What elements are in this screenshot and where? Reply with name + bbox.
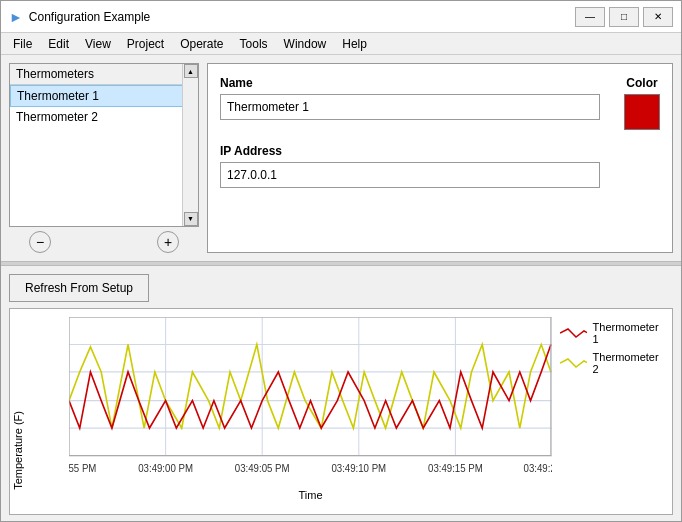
svg-text:03:49:05 PM: 03:49:05 PM [235,463,290,475]
titlebar-left: ► Configuration Example [9,9,150,25]
menu-item-help[interactable]: Help [334,35,375,53]
titlebar: ► Configuration Example — □ ✕ [1,1,681,33]
svg-rect-24 [69,317,551,456]
menu-item-edit[interactable]: Edit [40,35,77,53]
scroll-up-arrow[interactable]: ▲ [184,64,198,78]
svg-text:03:48:55 PM: 03:48:55 PM [69,463,96,475]
app-icon: ► [9,9,23,25]
chart-inner: 85 80 75 70 65 60 03:48:55 PM 03:49:00 P… [24,309,552,514]
y-axis-label-container: Temperature (F) [10,309,24,514]
chart-svg: 85 80 75 70 65 60 03:48:55 PM 03:49:00 P… [69,317,552,484]
menu-item-file[interactable]: File [5,35,40,53]
list-buttons: − + [9,231,199,253]
legend-line-0 [560,326,587,340]
menu-item-window[interactable]: Window [276,35,335,53]
chart-legend: Thermometer 1 Thermometer 2 [552,309,672,514]
name-label: Name [220,76,608,90]
window-title: Configuration Example [29,10,150,24]
minimize-button[interactable]: — [575,7,605,27]
bottom-panel: Refresh From Setup Temperature (F) [1,266,681,522]
list-panel: Thermometers Thermometer 1 Thermometer 2… [9,63,199,253]
main-content: Thermometers Thermometer 1 Thermometer 2… [1,55,681,522]
top-panel: Thermometers Thermometer 1 Thermometer 2… [1,55,681,261]
scroll-down-arrow[interactable]: ▼ [184,212,198,226]
legend-item-0: Thermometer 1 [560,321,664,345]
x-axis-label: Time [69,489,552,501]
color-label: Color [626,76,657,90]
legend-line-1 [560,356,587,370]
list-scrollbar[interactable]: ▲ ▼ [182,64,198,226]
svg-text:03:49:15 PM: 03:49:15 PM [428,463,483,475]
list-container: Thermometers Thermometer 1 Thermometer 2… [9,63,199,227]
refresh-button[interactable]: Refresh From Setup [9,274,149,302]
color-section: Color [624,76,660,130]
menu-item-tools[interactable]: Tools [232,35,276,53]
menu-item-operate[interactable]: Operate [172,35,231,53]
menubar: FileEditViewProjectOperateToolsWindowHel… [1,33,681,55]
ip-label: IP Address [220,144,660,158]
list-item-1[interactable]: Thermometer 2 [10,107,198,127]
titlebar-controls: — □ ✕ [575,7,673,27]
maximize-button[interactable]: □ [609,7,639,27]
thermometer2-line [69,344,551,428]
y-axis-label: Temperature (F) [12,411,24,490]
name-row: Name Color [220,76,660,130]
menu-item-project[interactable]: Project [119,35,172,53]
color-swatch[interactable] [624,94,660,130]
name-section: Name [220,76,608,120]
ip-input[interactable] [220,162,600,188]
add-item-button[interactable]: + [157,231,179,253]
legend-label-1: Thermometer 2 [593,351,664,375]
svg-text:03:49:22 PM: 03:49:22 PM [524,463,552,475]
close-button[interactable]: ✕ [643,7,673,27]
remove-item-button[interactable]: − [29,231,51,253]
menu-item-view[interactable]: View [77,35,119,53]
legend-item-1: Thermometer 2 [560,351,664,375]
svg-text:03:49:10 PM: 03:49:10 PM [331,463,386,475]
legend-label-0: Thermometer 1 [593,321,664,345]
config-panel: Name Color IP Address [207,63,673,253]
list-item-0[interactable]: Thermometer 1 [10,85,198,107]
name-input[interactable] [220,94,600,120]
list-header: Thermometers [10,64,198,85]
svg-text:03:49:00 PM: 03:49:00 PM [138,463,193,475]
chart-area: Temperature (F) [9,308,673,515]
ip-row: IP Address [220,144,660,188]
